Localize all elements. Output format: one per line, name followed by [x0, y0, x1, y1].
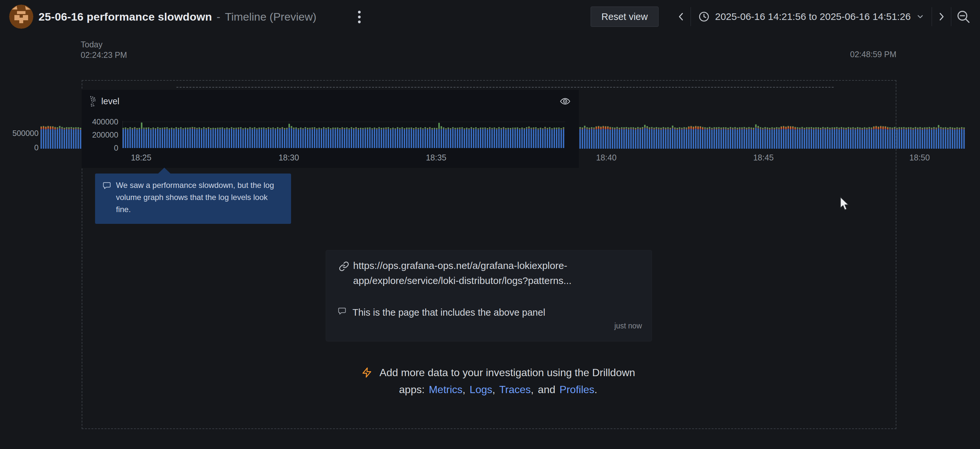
- drilldown-apps-line: apps: Metrics, Logs, Traces, and Profile…: [310, 382, 686, 397]
- link-note-card[interactable]: https://ops.grafana-ops.net/a/grafana-lo…: [326, 250, 652, 341]
- loki-logo-icon: [88, 95, 98, 108]
- bg-y-tick-500000: 500000: [0, 129, 38, 138]
- drilldown-text: Add more data to your investigation usin…: [380, 365, 635, 380]
- top-bar: 25-06-16 performance slowdown - Timeline…: [0, 0, 980, 33]
- card-url-line1: https://ops.grafana-ops.net/a/grafana-lo…: [353, 260, 567, 271]
- pixel-face-icon: [9, 5, 33, 29]
- timeline-scale: Today 02:24:23 PM 02:48:59 PM: [0, 33, 980, 69]
- page-subtitle: Timeline (Preview): [225, 10, 316, 23]
- chevron-left-icon: [677, 11, 685, 22]
- fg-y-tick-200000: 200000: [79, 131, 118, 140]
- level-panel-header: level: [82, 94, 579, 108]
- fg-y-tick-0: 0: [79, 143, 118, 153]
- chevron-right-icon: [937, 11, 946, 22]
- link-icon: [339, 261, 349, 272]
- reset-view-button[interactable]: Reset view: [590, 6, 659, 27]
- comment-text: We saw a performance slowdown, but the l…: [116, 179, 279, 215]
- panel-visibility-button[interactable]: [559, 95, 574, 108]
- lightning-bolt-icon: [361, 366, 372, 379]
- time-range-picker[interactable]: 2025-06-16 14:21:56 to 2025-06-16 14:51:…: [691, 6, 932, 27]
- timeline-comment-card[interactable]: We saw a performance slowdown, but the l…: [95, 174, 291, 224]
- panel-title: level: [101, 96, 119, 107]
- card-timestamp: just now: [614, 322, 642, 330]
- fg-y-tick-400000: 400000: [79, 117, 118, 126]
- eye-icon: [559, 96, 571, 107]
- bg-y-tick-0: 0: [0, 143, 38, 152]
- drilldown-hint: Add more data to your investigation usin…: [310, 365, 686, 397]
- time-navigation: 2025-06-16 14:21:56 to 2025-06-16 14:51:…: [671, 3, 975, 30]
- time-range-value: 2025-06-16 14:21:56 to 2025-06-16 14:51:…: [715, 11, 911, 22]
- drilldown-link-logs[interactable]: Logs: [470, 384, 492, 395]
- kebab-menu-icon: [357, 9, 361, 25]
- page-title: 25-06-16 performance slowdown: [38, 10, 212, 23]
- card-url-link[interactable]: https://ops.grafana-ops.net/a/grafana-lo…: [353, 258, 641, 288]
- comment-bubble-icon: [337, 307, 347, 316]
- timeline-start-time: 02:24:23 PM: [81, 50, 127, 60]
- title-group: 25-06-16 performance slowdown - Timeline…: [38, 0, 317, 33]
- card-url-line2: app/explore/service/loki-distributor/log…: [353, 275, 572, 286]
- drilldown-line1: Add more data to your investigation usin…: [310, 365, 686, 380]
- drilldown-link-traces[interactable]: Traces: [499, 384, 531, 395]
- investigation-timeline-screen: 25-06-16 performance slowdown - Timeline…: [0, 0, 980, 449]
- more-options-button[interactable]: [353, 9, 366, 25]
- zoom-out-icon: [956, 9, 971, 24]
- timeline-start-label: Today 02:24:23 PM: [81, 39, 127, 60]
- card-note-text: This is the page that includes the above…: [353, 307, 633, 318]
- mouse-cursor: [840, 197, 850, 211]
- drilldown-link-profiles[interactable]: Profiles: [560, 384, 595, 395]
- clock-icon: [698, 11, 710, 22]
- zoom-out-time-button[interactable]: [951, 6, 975, 27]
- bg-x-tick-1850: 18:50: [898, 153, 941, 162]
- time-shift-back-button[interactable]: [671, 6, 690, 27]
- drilldown-link-metrics[interactable]: Metrics: [429, 384, 463, 395]
- investigation-avatar: [9, 5, 33, 29]
- fg-x-tick-1830: 18:30: [267, 153, 310, 162]
- fg-x-tick-1835: 18:35: [415, 153, 457, 162]
- fg-x-tick-1825: 18:25: [120, 153, 162, 162]
- timeline-dashed-line: [177, 87, 834, 88]
- time-shift-forward-button[interactable]: [932, 6, 951, 27]
- timeline-day-label: Today: [81, 39, 127, 50]
- comment-bubble-icon: [102, 181, 111, 190]
- title-separator: -: [216, 10, 220, 23]
- log-volume-detail-chart[interactable]: [123, 119, 565, 148]
- timeline-end-time: 02:48:59 PM: [824, 50, 896, 59]
- chevron-down-icon: [916, 13, 924, 21]
